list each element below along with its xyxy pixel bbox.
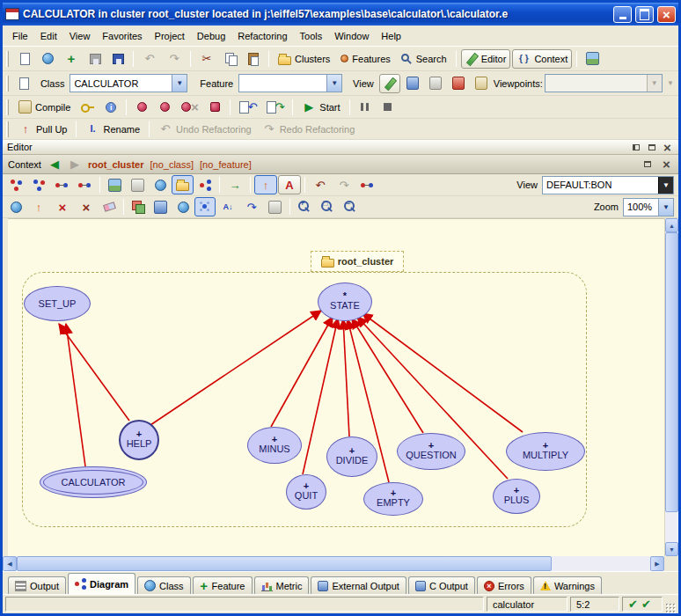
diagram-view-combo[interactable]: DEFAULT:BON ▼ bbox=[542, 176, 674, 194]
scroll-up-icon[interactable]: ▲ bbox=[665, 218, 678, 232]
put-handle-tool-button[interactable] bbox=[27, 197, 50, 216]
copy-button[interactable] bbox=[220, 49, 241, 69]
menu-debug[interactable]: Debug bbox=[191, 27, 231, 45]
save-button[interactable] bbox=[84, 49, 106, 69]
diagram-node-calculator[interactable]: CALCULATOR bbox=[40, 466, 147, 498]
view-flat-button[interactable] bbox=[402, 74, 423, 93]
diagram-redo-button[interactable] bbox=[333, 175, 355, 194]
diagram-node-quit[interactable]: + QUIT bbox=[286, 474, 326, 510]
tab-output[interactable]: Output bbox=[8, 576, 66, 594]
discover-melt-button[interactable] bbox=[204, 98, 225, 117]
diagram-node-divide[interactable]: + DIVIDE bbox=[326, 436, 377, 477]
melt-button[interactable] bbox=[131, 98, 152, 117]
zoom-in-button[interactable]: + bbox=[294, 197, 316, 216]
context-cluster-name[interactable]: root_cluster bbox=[88, 159, 144, 170]
menu-project[interactable]: Project bbox=[149, 27, 191, 45]
precompile-key-button[interactable] bbox=[77, 98, 99, 117]
vertical-scroll-thumb[interactable] bbox=[665, 232, 678, 512]
open-button[interactable] bbox=[37, 49, 58, 69]
client-link-tool-button[interactable] bbox=[5, 175, 27, 194]
diagram-node-set-up[interactable]: SET_UP bbox=[24, 286, 91, 321]
zoom-combo[interactable]: 100% ▼ bbox=[623, 198, 674, 216]
jump-in-button[interactable] bbox=[262, 98, 288, 117]
cluster-view-toggle-button[interactable] bbox=[172, 175, 194, 194]
finalize-button[interactable] bbox=[177, 98, 202, 117]
link-tool-button[interactable] bbox=[356, 175, 378, 194]
features-button[interactable]: Features bbox=[336, 49, 394, 69]
text-labels-toggle-button[interactable] bbox=[278, 175, 301, 194]
scroll-right-icon[interactable]: ▶ bbox=[650, 556, 664, 571]
toolbar-grip[interactable] bbox=[6, 51, 9, 67]
export-png-button[interactable] bbox=[104, 175, 126, 194]
cluster-label-root-cluster[interactable]: root_cluster bbox=[311, 251, 404, 272]
diagram-view-combo-arrow-icon[interactable]: ▼ bbox=[658, 177, 673, 194]
diagram-node-empty[interactable]: + EMPTY bbox=[363, 482, 423, 516]
clusters-button[interactable]: Clusters bbox=[274, 49, 334, 69]
diagram-node-state[interactable]: * STATE bbox=[318, 282, 372, 321]
undo-refactoring-button[interactable]: Undo Refactoring bbox=[154, 120, 256, 139]
tab-class[interactable]: Class bbox=[137, 576, 191, 594]
diagram-node-minus[interactable]: + MINUS bbox=[247, 427, 302, 464]
pull-up-button[interactable]: Pull Up bbox=[14, 120, 71, 139]
tab-metric[interactable]: Metric bbox=[254, 576, 310, 594]
context-toggle-button[interactable]: Context bbox=[512, 49, 572, 69]
center-diagram-button[interactable] bbox=[172, 197, 194, 216]
tab-external-output[interactable]: External Output bbox=[311, 576, 406, 594]
menu-window[interactable]: Window bbox=[328, 27, 375, 45]
print-diagram-button[interactable] bbox=[127, 175, 149, 194]
diagram-canvas[interactable]: root_cluster SET_UP * STATE + HELP CALCU… bbox=[8, 218, 664, 556]
class-view-toggle-button[interactable] bbox=[194, 175, 216, 194]
menu-tools[interactable]: Tools bbox=[294, 27, 329, 45]
maximize-button[interactable] bbox=[635, 6, 654, 23]
start-button[interactable]: Start bbox=[297, 98, 344, 117]
jump-out-button[interactable] bbox=[235, 98, 260, 117]
resize-grip[interactable] bbox=[665, 603, 676, 613]
horizontal-scroll-track[interactable] bbox=[552, 556, 650, 571]
class-history-button[interactable] bbox=[14, 74, 35, 93]
class-combo[interactable]: CALCULATOR ▼ bbox=[70, 74, 187, 92]
undo-button[interactable] bbox=[138, 49, 161, 69]
history-forward-icon[interactable] bbox=[68, 158, 82, 172]
tab-warnings[interactable]: Warnings bbox=[533, 576, 602, 594]
freeze-button[interactable] bbox=[154, 98, 175, 117]
undock-pane-button[interactable] bbox=[629, 142, 642, 153]
view-flatshort-button[interactable] bbox=[471, 74, 492, 93]
close-context-button[interactable] bbox=[660, 158, 673, 170]
pause-button[interactable] bbox=[355, 98, 376, 117]
redo-button[interactable] bbox=[163, 49, 186, 69]
close-pane-button[interactable] bbox=[661, 142, 674, 153]
toolbar-grip[interactable] bbox=[6, 121, 9, 137]
scroll-left-icon[interactable]: ◀ bbox=[3, 556, 17, 571]
diagram-node-plus[interactable]: + PLUS bbox=[493, 479, 540, 514]
fit-tool-button[interactable] bbox=[264, 197, 286, 216]
compile-button[interactable]: Compile bbox=[14, 98, 75, 117]
horizontal-scrollbar[interactable]: ◀ ▶ bbox=[3, 556, 678, 571]
horizontal-scroll-thumb[interactable] bbox=[17, 556, 552, 571]
scroll-down-icon[interactable]: ▼ bbox=[665, 542, 678, 556]
menu-edit[interactable]: Edit bbox=[34, 27, 63, 45]
go-to-target-button[interactable] bbox=[223, 175, 246, 194]
erase-tool-button[interactable] bbox=[99, 197, 120, 216]
diagram-node-question[interactable]: + QUESTION bbox=[397, 433, 465, 470]
inheritance-link-tool-button[interactable] bbox=[28, 175, 50, 194]
tab-errors[interactable]: Errors bbox=[477, 576, 531, 594]
association-link-tool-button[interactable] bbox=[74, 175, 96, 194]
open-in-browser-button[interactable] bbox=[150, 175, 171, 194]
diagram-node-help[interactable]: + HELP bbox=[119, 420, 159, 460]
remove-anchor-tool-button[interactable] bbox=[75, 197, 98, 216]
reset-layout-button[interactable] bbox=[128, 197, 149, 216]
toolbar-overflow-chevron-icon[interactable] bbox=[664, 77, 677, 91]
maximize-context-button[interactable] bbox=[641, 158, 654, 170]
zoom-fit-button[interactable]: □ bbox=[317, 197, 339, 216]
menu-refactoring[interactable]: Refactoring bbox=[231, 27, 293, 45]
diagram-node-multiply[interactable]: + MULTIPLY bbox=[506, 432, 585, 471]
crop-tool-button[interactable] bbox=[240, 197, 263, 216]
menu-favorites[interactable]: Favorites bbox=[96, 27, 148, 45]
diagram-undo-button[interactable] bbox=[309, 175, 332, 194]
relayout-button[interactable] bbox=[150, 197, 172, 216]
feature-combo[interactable]: ▼ bbox=[238, 74, 342, 92]
redo-refactoring-button[interactable]: Redo Refactoring bbox=[258, 120, 360, 139]
vertical-scrollbar[interactable]: ▲ ▼ bbox=[664, 218, 678, 556]
add-button[interactable] bbox=[60, 49, 83, 69]
toolbar-grip[interactable] bbox=[6, 99, 9, 115]
